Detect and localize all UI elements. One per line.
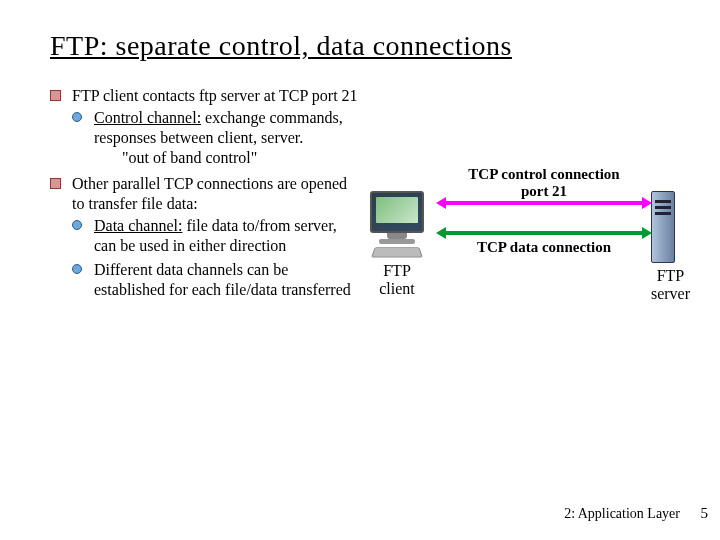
keyboard-icon xyxy=(371,247,423,257)
bullet-1: FTP client contacts ftp server at TCP po… xyxy=(50,86,360,168)
bullet-2-text: Other parallel TCP connections are opene… xyxy=(72,175,347,212)
out-of-band-text: "out of band control" xyxy=(94,148,360,168)
server-label: FTP server xyxy=(651,267,690,304)
monitor-icon xyxy=(370,191,424,233)
control-channel-label: Control channel: xyxy=(94,109,201,126)
data-connection-arrow xyxy=(436,231,652,235)
control-connection-arrow xyxy=(436,201,652,205)
diff-channels-text: Different data channels can be establish… xyxy=(94,261,351,298)
client-label: FTP client xyxy=(370,262,424,299)
bullet-2-sub-1: Data channel: file data to/from server, … xyxy=(72,216,360,256)
ftp-client-node: FTP client xyxy=(370,191,424,299)
bullet-2: Other parallel TCP connections are opene… xyxy=(50,174,360,300)
bullet-1-sub-1: Control channel: exchange commands, resp… xyxy=(72,108,360,168)
bullet-2-sub-2: Different data channels can be establish… xyxy=(72,260,360,300)
slide-title: FTP: separate control, data connections xyxy=(50,30,680,62)
control-connection-label: TCP control connection port 21 xyxy=(430,166,658,201)
footer-chapter: 2: Application Layer xyxy=(564,506,680,522)
bullet-1-text: FTP client contacts ftp server at TCP po… xyxy=(72,87,358,104)
data-channel-label: Data channel: xyxy=(94,217,182,234)
bullet-column: FTP client contacts ftp server at TCP po… xyxy=(50,86,360,306)
data-connection-label: TCP data connection xyxy=(430,239,658,256)
page-number: 5 xyxy=(688,505,708,522)
